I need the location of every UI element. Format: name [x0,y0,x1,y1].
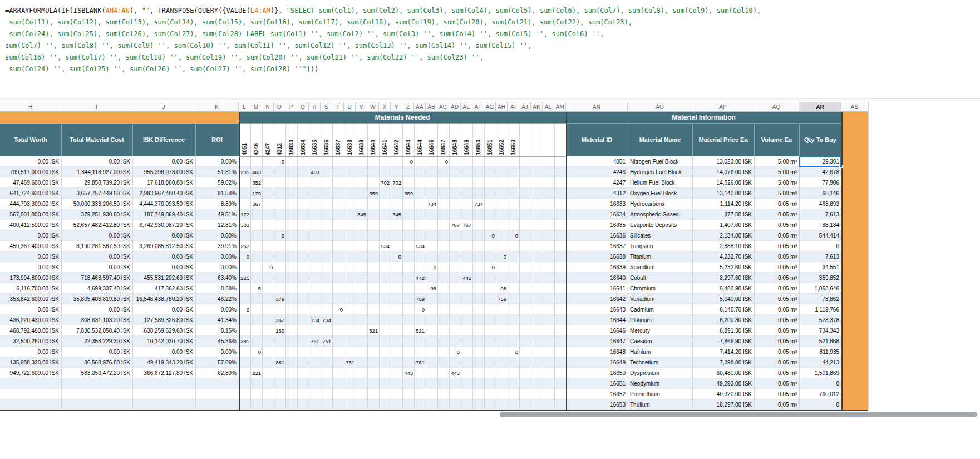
cell-material-id[interactable]: 16647 [566,336,628,346]
cell-total-material-cost[interactable]: 379,251,930.60 ISK [61,209,132,219]
cell-material-qty[interactable]: 0 [239,251,250,261]
cell-material-qty[interactable]: 0 [239,304,250,314]
cell-isk-difference[interactable]: 955,398,073.00 ISK [132,167,195,177]
cell-isk-difference[interactable]: 0.00 ISK [132,156,195,166]
column-header-AB[interactable]: AB [426,102,437,111]
cell-total-material-cost[interactable]: 35,805,403,819.80 ISK [61,294,132,304]
cell-material-qty[interactable]: 443 [402,368,414,378]
cell-material-name[interactable]: Caesium [628,336,692,346]
column-header-W[interactable]: W [367,102,379,111]
matrix-column-header[interactable]: 16637 [332,124,344,156]
column-header-P[interactable]: P [285,102,297,111]
cell-material-qty[interactable]: 734 [472,199,484,209]
cell-material-name[interactable]: Hafnium [628,347,692,357]
cell-material-qty[interactable]: 734 [309,315,321,325]
cell-isk-difference[interactable]: 0.00 ISK [132,304,195,314]
column-header-AM[interactable]: AM [554,102,566,111]
cell-material-qty[interactable]: 761 [344,357,356,367]
cell-material-id[interactable]: 16644 [566,315,628,325]
cell-material-price[interactable]: 13,023.00 ISK [692,156,754,166]
cell-total-worth[interactable]: 641,724,930.00 ISK [0,188,61,198]
cell-material-id[interactable]: 16653 [566,399,628,409]
matrix-column-header[interactable]: 16634 [297,124,309,156]
cell-volume[interactable]: 0.05 m³ [754,273,799,283]
cell-material-name[interactable]: Chromium [628,283,692,293]
cell-roi[interactable]: 63.40% [195,273,239,283]
cell-material-price[interactable]: 7,414.20 ISK [692,347,754,357]
cell-total-worth[interactable]: ,444,703,300.00 ISK [0,199,61,209]
formula-bar[interactable]: =ARRAYFORMULA(IF(ISBLANK(AN4:AN), "", TR… [0,0,980,99]
cell-qty-to-buy[interactable]: 463,893 [799,199,841,209]
cell-material-price[interactable]: 1,407.60 ISK [692,220,754,230]
cell-material-qty[interactable]: 0 [402,156,414,166]
column-header-AG[interactable]: AG [484,102,496,111]
cell-total-material-cost[interactable]: 718,463,597.40 ISK [61,273,132,283]
cell-total-worth[interactable]: 949,722,600.00 ISK [0,368,61,378]
cell-roi[interactable]: 49.51% [195,209,239,219]
cell-volume[interactable]: 0.05 m³ [754,304,799,314]
cell-total-worth[interactable]: 468,792,480.00 ISK [0,325,61,335]
cell-total-worth[interactable]: 173,994,800.00 ISK [0,273,61,283]
cell-material-id[interactable]: 4051 [566,156,628,166]
column-header-AQ[interactable]: AQ [754,102,799,111]
cell-material-qty[interactable]: 767 [449,220,461,230]
column-header-AD[interactable]: AD [449,102,461,111]
column-header-Q[interactable]: Q [297,102,309,111]
cell-material-name[interactable]: Hydrogen Fuel Block [628,167,692,177]
column-header-Y[interactable]: Y [391,102,402,111]
cell-qty-to-buy[interactable]: 578,378 [799,315,841,325]
matrix-column-header[interactable]: 16638 [344,124,356,156]
cell-material-id[interactable]: 4246 [566,167,628,177]
matrix-column-header[interactable]: 16649 [461,124,472,156]
cell-material-qty[interactable]: 759 [414,294,426,304]
cell-material-name[interactable]: Neodymium [628,378,692,388]
column-header-AE[interactable]: AE [461,102,472,111]
cell-volume[interactable]: 0.05 m³ [754,399,799,409]
cell-material-price[interactable]: 4,232.70 ISK [692,251,754,261]
matrix-column-header[interactable]: 16644 [414,124,426,156]
matrix-column-header[interactable]: 16653 [508,124,519,156]
cell-isk-difference[interactable]: 3,269,085,812.50 ISK [132,241,195,251]
cell-material-name[interactable]: Cadmium [628,304,692,314]
header-roi[interactable]: ROI [195,124,239,156]
cell-material-name[interactable]: Nitrogen Fuel Block [628,156,692,166]
matrix-column-header[interactable]: 16636 [321,124,332,156]
column-header-R[interactable]: R [309,102,321,111]
matrix-column-header[interactable]: 4246 [250,124,262,156]
matrix-column-header[interactable]: 16642 [391,124,402,156]
cell-isk-difference[interactable]: 10,142,030.70 ISK [132,336,195,346]
cell-material-qty[interactable]: 734 [321,315,332,325]
cell-material-qty[interactable]: 221 [250,368,262,378]
cell-roi[interactable]: 0.00% [195,347,239,357]
cell-material-id[interactable]: 16643 [566,304,628,314]
cell-volume[interactable]: 0.05 m³ [754,378,799,388]
cell-material-price[interactable]: 5,232.60 ISK [692,262,754,272]
cell-material-id[interactable]: 16640 [566,273,628,283]
cell-material-id[interactable]: 16646 [566,325,628,335]
cell-qty-to-buy[interactable]: 34,551 [799,262,841,272]
cell-total-material-cost[interactable]: 22,358,229.30 ISK [61,336,132,346]
cell-total-material-cost[interactable]: 0.00 ISK [61,262,132,272]
cell-roi[interactable]: 8.15% [195,325,239,335]
cell-roi[interactable]: 0.00% [195,304,239,314]
cell-material-price[interactable]: 49,293.00 ISK [692,378,754,388]
cell-total-worth[interactable]: 0.00 ISK [0,262,61,272]
cell-material-qty[interactable]: 352 [250,177,262,187]
cell-total-material-cost[interactable]: 50,000,333,206.50 ISK [61,199,132,209]
cell-material-qty[interactable]: 442 [461,273,472,283]
header-total-material-cost[interactable]: Total Material Cost [61,124,132,156]
cell-material-id[interactable]: 16652 [566,389,628,399]
cell-isk-difference[interactable]: 127,589,326.80 ISK [132,315,195,325]
cell-roi[interactable]: 0.00% [195,156,239,166]
cell-roi[interactable]: 39.91% [195,241,239,251]
cell-material-qty[interactable]: 442 [414,273,426,283]
cell-total-worth[interactable]: 32,500,260.00 ISK [0,336,61,346]
cell-material-name[interactable]: Technetium [628,357,692,367]
cell-material-price[interactable]: 60,480.00 ISK [692,368,754,378]
cell-roi[interactable]: 8.89% [195,199,239,209]
column-header-AL[interactable]: AL [543,102,554,111]
cell-qty-to-buy[interactable]: 1,501,869 [799,368,841,378]
matrix-column-header[interactable]: 4051 [239,124,250,156]
cell-material-name[interactable]: Dysprosium [628,368,692,378]
cell-qty-to-buy[interactable]: 1,063,646 [799,283,841,293]
